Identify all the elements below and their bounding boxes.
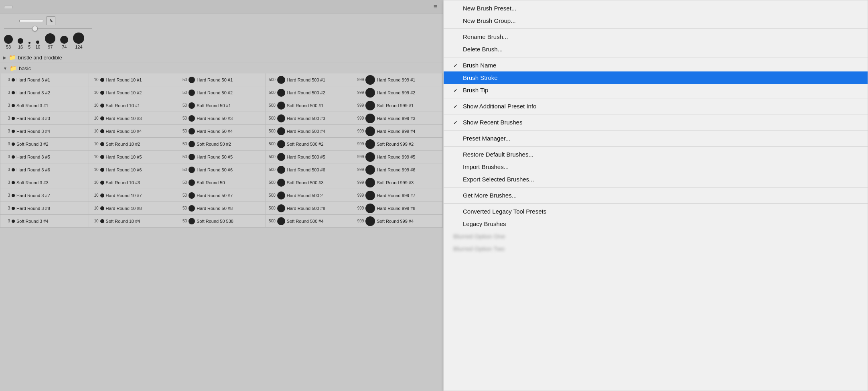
brush-cell[interactable]: 10Soft Round 10 #2 (89, 138, 178, 151)
brush-cell[interactable]: 999Hard Round 999 #3 (354, 112, 443, 125)
brush-cell[interactable]: 3Soft Round 3 #1 (0, 99, 89, 112)
brush-cell[interactable]: 500Hard Round 500 #1 (266, 73, 355, 86)
group-basic[interactable]: ▼ 📁 basic (0, 63, 443, 73)
brush-cell[interactable]: 3Hard Round 3 #3 (0, 112, 89, 125)
brush-cell[interactable]: 50Hard Round 50 #8 (177, 202, 266, 215)
size-slider-thumb[interactable] (32, 26, 38, 31)
brush-cell[interactable]: 10Hard Round 10 #6 (89, 163, 178, 176)
brush-cell[interactable]: 999Hard Round 999 #1 (354, 73, 443, 86)
panel-menu-icon[interactable]: ≡ (432, 2, 439, 11)
brush-cell[interactable]: 3Soft Round 3 #3 (0, 176, 89, 189)
menu-item-get-more-brushes[interactable]: Get More Brushes... (444, 189, 868, 202)
brush-preset-10[interactable]: 10 (35, 41, 40, 49)
brush-cell[interactable]: 3Hard Round 3 #7 (0, 189, 89, 202)
brush-cell[interactable]: 10Hard Round 10 #5 (89, 151, 178, 163)
brush-cell[interactable]: 10Hard Round 10 #3 (89, 112, 178, 125)
brush-cell[interactable]: 50Soft Round 50 538 (177, 215, 266, 228)
brush-cell[interactable]: 500Hard Round 500 #8 (266, 202, 355, 215)
menu-item-preset-manager[interactable]: Preset Manager... (444, 132, 868, 145)
brush-cell[interactable]: 500Hard Round 500 #6 (266, 163, 355, 176)
menu-item-import-brushes[interactable]: Import Brushes... (444, 161, 868, 173)
menu-item-converted-legacy-tool-presets[interactable]: Converted Legacy Tool Presets (444, 205, 868, 218)
brush-cell[interactable]: 50Soft Round 50 #2 (177, 138, 266, 151)
brush-cell[interactable]: 3Soft Round 3 #4 (0, 215, 89, 228)
brush-cell[interactable]: 50Soft Round 50 #1 (177, 99, 266, 112)
brush-cell[interactable]: 10Soft Round 10 #3 (89, 176, 178, 189)
brush-cell[interactable]: 50Hard Round 50 #6 (177, 163, 266, 176)
brush-cell[interactable]: 500Hard Round 500 #5 (266, 151, 355, 163)
brush-cell[interactable]: 10Hard Round 10 #8 (89, 202, 178, 215)
brush-dot-74 (60, 36, 68, 44)
brush-cell[interactable]: 999Hard Round 999 #2 (354, 86, 443, 99)
menu-item-delete-brush[interactable]: Delete Brush... (444, 43, 868, 55)
brush-cell[interactable]: 500Soft Round 500 #3 (266, 176, 355, 189)
brush-cell[interactable]: 3Hard Round 3 #6 (0, 163, 89, 176)
brush-cell[interactable]: 999Soft Round 999 #2 (354, 138, 443, 151)
brush-cell[interactable]: 999Hard Round 999 #4 (354, 125, 443, 138)
brush-cell[interactable]: 999Hard Round 999 #8 (354, 202, 443, 215)
brush-cell[interactable]: 999Hard Round 999 #5 (354, 151, 443, 163)
brush-cell[interactable]: 500Soft Round 500 #4 (266, 215, 355, 228)
brush-cell-name: Hard Round 999 #5 (377, 155, 415, 159)
menu-item-rename-brush[interactable]: Rename Brush... (444, 31, 868, 43)
brush-cell-dot (365, 75, 375, 85)
brush-cell[interactable]: 3Hard Round 3 #4 (0, 125, 89, 138)
brush-preset-97[interactable]: 97 (45, 33, 55, 49)
brush-cell-name: Hard Round 999 #1 (377, 77, 415, 82)
brush-cell[interactable]: 999Soft Round 999 #3 (354, 176, 443, 189)
size-slider-track[interactable] (4, 28, 92, 29)
size-input[interactable] (19, 20, 43, 22)
menu-item-show-recent-brushes[interactable]: ✓Show Recent Brushes (444, 116, 868, 128)
group-bristle-and-erodible[interactable]: ▶ 📁 bristle and erodible (0, 52, 443, 63)
brush-cell[interactable]: 10Hard Round 10 #4 (89, 125, 178, 138)
brush-cell[interactable]: 50Hard Round 50 #2 (177, 86, 266, 99)
brush-preset-5[interactable]: 5 (28, 42, 30, 49)
brush-cell[interactable]: 50Soft Round 50 (177, 176, 266, 189)
menu-item-restore-default-brushes[interactable]: Restore Default Brushes... (444, 148, 868, 161)
brush-cell[interactable]: 50Hard Round 50 #5 (177, 151, 266, 163)
brush-preset-124[interactable]: 124 (73, 33, 84, 49)
menu-item-brush-name[interactable]: ✓Brush Name (444, 59, 868, 71)
chevron-right-icon: ▶ (3, 55, 6, 60)
menu-item-brush-tip[interactable]: ✓Brush Tip (444, 84, 868, 96)
brush-preset-53[interactable]: 53 (4, 35, 13, 49)
brush-cell[interactable]: 500Hard Round 500 #2 (266, 86, 355, 99)
brush-cell[interactable]: 999Hard Round 999 #7 (354, 189, 443, 202)
brush-cell[interactable]: 50Hard Round 50 #3 (177, 112, 266, 125)
brush-cell[interactable]: 500Hard Round 500 #3 (266, 112, 355, 125)
brush-cell[interactable]: 500Hard Round 500 2 (266, 189, 355, 202)
brush-cell[interactable]: 50Hard Round 50 #1 (177, 73, 266, 86)
brush-cell[interactable]: 3Hard Round 3 #2 (0, 86, 89, 99)
brush-cell[interactable]: 10Hard Round 10 #7 (89, 189, 178, 202)
brush-cell-dot (12, 207, 15, 210)
brush-cell[interactable]: 3Soft Round 3 #2 (0, 138, 89, 151)
brush-preset-16[interactable]: 16 (18, 38, 23, 49)
menu-item-legacy-brushes[interactable]: Legacy Brushes (444, 218, 868, 230)
brush-cell[interactable]: 999Hard Round 999 #6 (354, 163, 443, 176)
brush-cell[interactable]: 999Soft Round 999 #1 (354, 99, 443, 112)
brush-cell[interactable]: 10Soft Round 10 #1 (89, 99, 178, 112)
menu-item-new-brush-group[interactable]: New Brush Group... (444, 14, 868, 27)
menu-item-show-additional-preset-info[interactable]: ✓Show Additional Preset Info (444, 100, 868, 112)
menu-item-new-brush-preset[interactable]: New Brush Preset... (444, 2, 868, 14)
brush-preset-74[interactable]: 74 (60, 36, 68, 49)
brush-cell[interactable]: 10Soft Round 10 #4 (89, 215, 178, 228)
menu-item-export-selected-brushes[interactable]: Export Selected Brushes... (444, 173, 868, 185)
brush-cell[interactable]: 999Soft Round 999 #4 (354, 215, 443, 228)
brush-size-label-97: 97 (48, 45, 53, 49)
brush-cell[interactable]: 500Soft Round 500 #2 (266, 138, 355, 151)
brush-cell[interactable]: 500Hard Round 500 #4 (266, 125, 355, 138)
brush-cell[interactable]: 50Hard Round 50 #4 (177, 125, 266, 138)
brush-cell[interactable]: 50Hard Round 50 #7 (177, 189, 266, 202)
brush-cell[interactable]: 10Hard Round 10 #2 (89, 86, 178, 99)
panel-tab[interactable] (4, 6, 13, 8)
brush-cell[interactable]: 3Hard Round 3 #5 (0, 151, 89, 163)
brush-cell[interactable]: 3Hard Round 3 #8 (0, 202, 89, 215)
edit-brush-icon[interactable]: ✎ (47, 16, 55, 25)
brush-cell[interactable]: 3Hard Round 3 #1 (0, 73, 89, 86)
brush-cell-size-label: 3 (2, 142, 10, 146)
brush-cell-dot (100, 104, 104, 108)
menu-item-brush-stroke[interactable]: Brush Stroke (444, 71, 868, 84)
brush-cell[interactable]: 500Soft Round 500 #1 (266, 99, 355, 112)
brush-cell[interactable]: 10Hard Round 10 #1 (89, 73, 178, 86)
